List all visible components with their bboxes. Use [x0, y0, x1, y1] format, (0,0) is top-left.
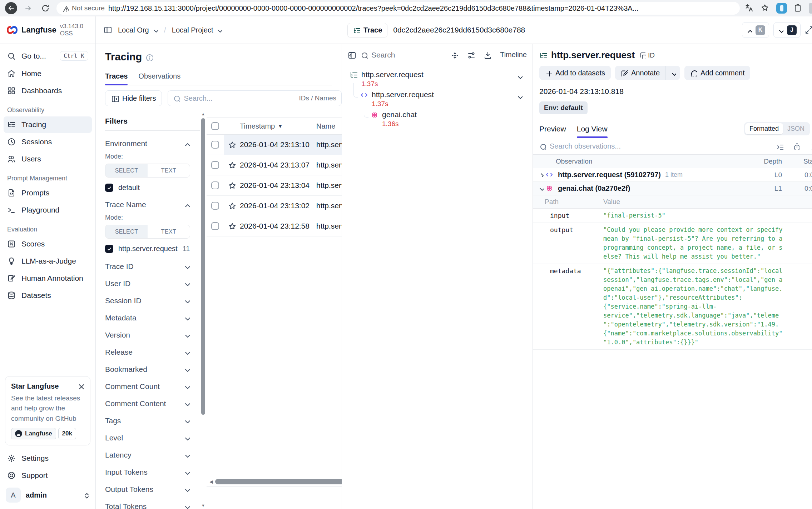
environment-option-default[interactable]: default [105, 184, 200, 192]
panel-collapse-icon[interactable] [348, 51, 356, 59]
traces-search[interactable]: IDs / Names [168, 90, 342, 106]
fold-vertical-icon[interactable] [809, 143, 812, 150]
hide-filters-button[interactable]: Hide filters [105, 90, 162, 106]
scroll-up-arrow[interactable]: ▲ [201, 112, 205, 116]
close-icon[interactable] [77, 383, 84, 390]
row-checkbox[interactable] [211, 222, 219, 230]
tree-node-root[interactable]: http.server.request 1.37s [342, 70, 533, 88]
timeline-toggle-label[interactable]: Timeline [500, 51, 527, 59]
filter-group-collapsed[interactable]: Comment Count [105, 378, 200, 395]
chevron-down-icon[interactable] [516, 93, 523, 100]
filter-group-collapsed[interactable]: Total Tokens [105, 498, 200, 509]
address-bar[interactable]: Not secure http://192.168.15.131:3000/pr… [56, 2, 740, 15]
add-to-datasets-button[interactable]: Add to datasets [539, 66, 611, 80]
filter-group-collapsed[interactable]: Version [105, 326, 200, 344]
observations-search-input[interactable] [550, 142, 773, 150]
clipboard-extension-icon[interactable] [793, 4, 803, 13]
column-name[interactable]: Name [316, 122, 342, 130]
next-trace-button[interactable]: J [773, 22, 801, 38]
checkbox-checked[interactable] [105, 245, 113, 253]
mode-text-option[interactable]: TEXT [148, 225, 190, 238]
filter-group-collapsed[interactable]: Tags [105, 412, 200, 429]
filter-group-collapsed[interactable]: Session ID [105, 292, 200, 309]
search-scope-label[interactable]: IDs / Names [299, 94, 336, 102]
sidebar-item-playground[interactable]: Playground [4, 202, 92, 218]
observation-row-genai[interactable]: genai.chat (0a270e2f) L1 0:00 [533, 182, 812, 195]
select-all-checkbox[interactable] [211, 122, 219, 130]
scroll-left-arrow[interactable]: ◀ [209, 479, 213, 484]
sidebar-item-support[interactable]: Support [4, 467, 92, 484]
format-json-option[interactable]: JSON [783, 123, 809, 134]
annotate-dropdown-button[interactable] [665, 66, 680, 80]
table-row[interactable]: 2026-01-04 23:13:02 http.server.request [207, 196, 342, 216]
format-formatted-option[interactable]: Formatted [745, 123, 783, 134]
sidebar-item-settings[interactable]: Settings [4, 450, 92, 466]
translate-icon[interactable] [745, 4, 754, 13]
tab-observations[interactable]: Observations [138, 72, 180, 85]
bookmark-star-icon[interactable] [761, 4, 770, 13]
tab-log-view[interactable]: Log View [577, 125, 608, 138]
scroll-down-arrow[interactable]: ▼ [201, 503, 205, 508]
user-menu[interactable]: A admin [0, 484, 95, 509]
filter-group-collapsed[interactable]: Output Tokens [105, 481, 200, 498]
list-indent-icon[interactable] [777, 143, 783, 150]
extension-icon[interactable] [776, 3, 787, 14]
sidebar-item-dashboards[interactable]: Dashboards [4, 83, 92, 99]
browser-back-button[interactable] [5, 2, 17, 14]
table-row[interactable]: 2026-01-04 23:13:04 http.server.request [207, 175, 342, 196]
filter-group-collapsed[interactable]: Comment Content [105, 395, 200, 412]
column-timestamp[interactable]: Timestamp ▼ [240, 122, 316, 130]
scrollbar-thumb[interactable] [201, 118, 205, 415]
project-selector[interactable]: Local Project [172, 26, 223, 34]
sidebar-item-home[interactable]: Home [4, 65, 92, 82]
not-secure-chip[interactable]: Not secure [62, 4, 105, 12]
sidebar-item-tracing[interactable]: Tracing [4, 116, 92, 133]
sidebar-item-human-annotation[interactable]: Human Annotation [4, 270, 92, 286]
browser-reload-button[interactable] [39, 2, 51, 14]
sidebar-item-sessions[interactable]: Sessions [4, 134, 92, 150]
row-checkbox[interactable] [211, 181, 219, 189]
bookmark-star-icon[interactable] [228, 141, 236, 149]
browser-menu-cut-icon[interactable] [809, 3, 812, 14]
row-checkbox[interactable] [211, 202, 219, 210]
row-checkbox[interactable] [211, 161, 219, 169]
table-row[interactable]: 2026-01-04 23:13:10 http.server.request [207, 135, 342, 155]
bookmark-star-icon[interactable] [228, 222, 236, 230]
mode-select-option[interactable]: SELECT [105, 225, 148, 238]
fold-vertical-icon[interactable] [451, 51, 459, 59]
bookmark-star-icon[interactable] [228, 202, 236, 210]
mode-text-option[interactable]: TEXT [148, 164, 190, 177]
chevron-right-icon[interactable] [538, 171, 544, 177]
sidebar-item-datasets[interactable]: Datasets [4, 287, 92, 304]
table-horizontal-scrollbar[interactable]: ◀ [209, 478, 342, 485]
org-selector[interactable]: Local Org [118, 26, 158, 34]
table-row[interactable]: 2026-01-04 23:13:07 http.server.request [207, 155, 342, 175]
prev-trace-button[interactable]: K [742, 22, 769, 38]
bookmark-star-icon[interactable] [228, 161, 236, 169]
scrollbar-thumb[interactable] [215, 479, 342, 484]
filter-group-collapsed[interactable]: Metadata [105, 309, 200, 326]
filter-group-collapsed[interactable]: Release [105, 344, 200, 361]
chevron-down-icon[interactable] [516, 73, 523, 80]
panel-left-icon[interactable] [104, 26, 112, 34]
sidebar-item-llm-judge[interactable]: LLM-as-a-Judge [4, 253, 92, 269]
filter-group-collapsed[interactable]: User ID [105, 275, 200, 292]
observation-row-request[interactable]: http.server.request (59102797) 1 item L0… [533, 168, 812, 182]
filter-group-collapsed[interactable]: Latency [105, 446, 200, 464]
sidebar-item-users[interactable]: Users [4, 151, 92, 167]
expand-icon[interactable] [805, 26, 812, 34]
download-icon[interactable] [484, 51, 491, 59]
sidebar-item-scores[interactable]: Scores [4, 236, 92, 252]
github-star-count[interactable]: 20k [58, 428, 76, 439]
trace-name-option[interactable]: http.server.request 11 [105, 245, 200, 253]
row-checkbox[interactable] [211, 141, 219, 149]
id-label[interactable]: ID [648, 51, 655, 59]
checkbox-checked[interactable] [105, 184, 113, 192]
sliders-icon[interactable] [467, 51, 475, 59]
tab-traces[interactable]: Traces [105, 72, 128, 85]
filter-group-collapsed[interactable]: Level [105, 429, 200, 446]
tree-search-input[interactable] [371, 51, 425, 59]
sidebar-item-prompts[interactable]: Prompts [4, 185, 92, 201]
copy-icon[interactable] [639, 52, 646, 59]
table-row[interactable]: 2026-01-04 23:12:58 http.server.request [207, 216, 342, 236]
